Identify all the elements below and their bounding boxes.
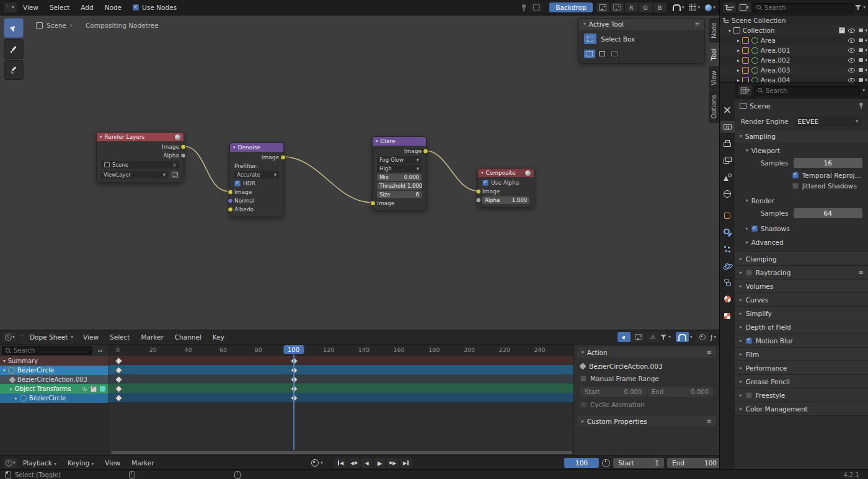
mix-slider[interactable]: Mix0.000 [377,174,422,181]
tab-node[interactable]: Node [709,18,719,43]
alpha-slider[interactable]: Alpha1.000 [482,196,529,204]
menu-marker[interactable]: Marker [126,457,159,468]
active-tool-row[interactable]: Select Box [584,33,699,44]
auto-keyframe-button[interactable] [311,459,319,467]
pin-icon[interactable] [521,4,526,11]
threshold-slider[interactable]: Threshold1.000 [377,182,422,190]
channel-object-transforms[interactable]: ▸ Object Transforms [0,384,108,393]
outliner-search[interactable] [753,3,853,12]
outliner-row-scene-collection[interactable]: Scene Collection [720,15,868,25]
channel-search[interactable] [2,346,92,355]
menu-marker[interactable]: Marker [136,332,168,343]
tab-object[interactable] [720,209,735,221]
motion-blur-checkbox[interactable] [746,338,752,344]
annotate-tool-button[interactable] [4,39,24,59]
play-button[interactable]: ▶ [374,458,386,468]
pin-id-icon[interactable] [859,102,864,108]
socket-normal-in[interactable] [228,198,233,204]
jittered-shadows-toggle[interactable]: Jittered Shadows [735,180,868,191]
temporal-reprojection-toggle[interactable]: Temporal Reprojection [735,170,868,180]
horizontal-scrollbar[interactable] [111,451,572,454]
menu-channel[interactable]: Channel [170,332,206,343]
outliner-row-area-004[interactable]: ▸ Area.004 [720,75,868,82]
play-reverse-button[interactable]: ◀ [361,458,373,468]
action-end-field[interactable]: End0.000 [647,387,713,397]
section-depth-of-field[interactable]: ▸ Depth of Field [735,320,868,334]
time-ruler[interactable]: 0 20 40 60 80 120 140 160 180 200 220 24… [109,345,574,356]
hide-viewport-icon[interactable] [848,67,856,74]
render-layers-node[interactable]: ▾ Render Layers Image Alpha Scene × [96,132,184,183]
section-performance[interactable]: ▸ Performance [735,361,868,375]
channel-action[interactable]: BézierCircleAction.003 [0,375,108,384]
channel-enabled-checkbox[interactable] [91,386,97,392]
disable-render-icon[interactable] [859,77,866,83]
tab-particles[interactable] [720,243,735,255]
keying-set-dropdown[interactable]: ▾ [321,460,323,465]
menu-select[interactable]: Select [45,2,74,13]
playhead[interactable] [293,354,294,450]
outliner-filter-dropdown[interactable]: ▾ [855,4,866,11]
section-motion-blur[interactable]: ▸ Motion Blur [735,334,868,348]
keyframe-region[interactable]: 0 20 40 60 80 120 140 160 180 200 220 24… [108,345,574,456]
channel-beziercircle-object[interactable]: ▾ BézierCircle [0,366,108,375]
use-nodes-toggle[interactable]: Use Nodes [133,4,177,11]
socket-image-out[interactable] [423,149,428,154]
select-mode-subtract-button[interactable] [609,50,620,58]
action-name-field[interactable]: BézierCircleAction.003 [580,363,713,370]
select-mode-extend-button[interactable] [596,50,608,58]
channel-pin-icon[interactable] [100,386,105,392]
hide-viewport-icon[interactable] [848,77,856,83]
tab-scene[interactable] [720,171,735,183]
viewport-samples-field[interactable]: 16 [794,158,862,168]
channel-search-input[interactable] [14,347,89,354]
filter-dropdown[interactable]: ▾ [660,334,671,340]
select-mode-new-button[interactable] [584,50,595,58]
section-volumes[interactable]: ▸ Volumes [735,279,868,293]
subsection-viewport[interactable]: ▾ Viewport [735,145,868,156]
hdr-toggle[interactable]: HDR [230,179,283,188]
channel-summary[interactable]: ▾ Summary [0,356,108,366]
snapping-button[interactable] [676,332,689,342]
channel-beziercircle-data[interactable]: ▸ BézierCircle [0,393,108,403]
size-slider[interactable]: Size6 [377,191,422,198]
socket-image-in[interactable] [370,201,376,206]
menu-view[interactable]: View [78,332,104,343]
action-panel-header[interactable]: ▾ Action ≡ [577,347,716,358]
socket-alpha-out[interactable] [180,153,186,159]
editor-type-button[interactable]: ▾ [3,332,16,342]
tab-texture[interactable] [720,310,735,322]
properties-search-input[interactable] [766,87,857,94]
channel-g-button[interactable]: G [639,2,652,12]
hide-viewport-icon[interactable] [848,47,856,54]
disable-render-icon[interactable] [859,37,866,44]
composite-node[interactable]: ▾ Composite Use Alpha Image Alpha1.000 [477,168,534,208]
show-errors-button[interactable]: ⚠ [646,332,659,342]
backdrop-alpha-button[interactable] [611,2,624,12]
use-alpha-toggle[interactable]: Use Alpha [478,178,534,187]
invert-filter-button[interactable]: ↔ [94,346,107,355]
section-simplify[interactable]: ▸ Simplify [735,307,868,320]
tab-material[interactable] [720,293,735,305]
disable-render-icon[interactable] [859,67,866,74]
socket-albedo-in[interactable] [228,207,233,213]
outliner-row-collection[interactable]: ▾ Collection [720,25,868,35]
subsection-advanced[interactable]: ▸ Advanced [735,237,868,248]
disable-render-icon[interactable] [859,47,866,54]
clear-scene-button[interactable]: × [172,162,177,168]
raytracing-presets-icon[interactable]: ≡ [859,270,864,276]
subsection-shadows[interactable]: ▸ Shadows [735,223,868,234]
tab-constraints[interactable] [720,276,735,288]
show-hidden-button[interactable] [632,332,645,342]
disable-render-icon[interactable] [859,57,866,64]
custom-properties-panel-header[interactable]: ▸ Custom Properties ≡ [577,416,716,426]
socket-image-out[interactable] [180,144,186,150]
tab-view-layer[interactable] [720,154,735,166]
editor-type-button[interactable]: ▾ [738,86,751,95]
cyclic-animation-checkbox[interactable] [580,402,587,408]
glare-quality-dropdown[interactable]: High▾ [377,165,422,172]
use-alpha-checkbox[interactable] [482,180,489,186]
render-single-layer-button[interactable] [170,171,179,178]
outliner-row-area-003[interactable]: ▸ Area.003 [720,65,868,75]
manual-frame-range-toggle[interactable]: Manual Frame Range [580,375,713,382]
properties-options-dropdown[interactable]: ▾ [862,88,865,93]
